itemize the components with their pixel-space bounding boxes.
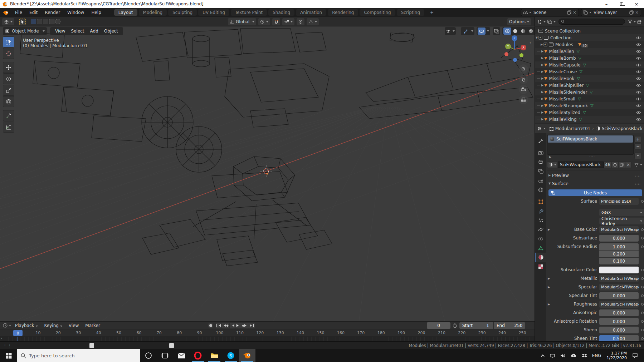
outliner-item-missilesteampunk[interactable]: ▶▼MissileSteampunk▽ [535,102,644,109]
expand-icon[interactable]: ▶ [541,111,544,114]
animate-property-dot[interactable] [640,292,644,299]
sidebar-collapse-arrow[interactable]: ‹ [530,40,531,45]
visibility-dropdown[interactable] [445,27,456,35]
checkbox-checked[interactable]: ✓ [543,43,547,46]
camera-view-button[interactable] [519,85,528,94]
shading-solid-button[interactable] [511,28,519,35]
outliner-item-missileshipkiller[interactable]: ▶▼MissileShipKiller▽ [535,82,644,89]
animate-property-dot[interactable] [640,235,644,242]
animate-property-dot[interactable] [640,275,644,282]
play-button[interactable] [235,323,241,328]
use-nodes-button[interactable]: Use Nodes [548,189,642,196]
workspace-tab-modeling[interactable]: Modeling [139,9,167,16]
workspace-tab-animation[interactable]: Animation [296,9,326,16]
transform-tool-button[interactable] [3,96,14,107]
expand-icon[interactable]: ▶ [541,63,544,66]
outliner-display-mode-button[interactable] [546,20,556,24]
menu-edit[interactable]: Edit [26,9,41,16]
start-frame-label[interactable]: Start [459,322,482,329]
prev-keyframe-button[interactable] [222,323,229,328]
taskbar-app-skype[interactable]: S [223,349,239,362]
marker-menu[interactable]: Marker [82,323,103,328]
start-frame-value[interactable]: 1 [482,322,493,329]
measure-tool-button[interactable] [3,122,14,133]
property-texture-field[interactable]: ModularSci-FiWeapo.. [599,284,639,291]
outliner-item-missilehook[interactable]: ▶▼MissileHook▽ [535,75,644,82]
mode-selector[interactable]: Object Mode [3,27,47,35]
volume-icon[interactable] [560,353,566,358]
action-center-icon[interactable] [632,353,638,358]
collapse-icon[interactable]: ▼ [535,36,538,39]
properties-tab-texture[interactable] [535,262,546,271]
hide-toggle-eye-icon[interactable] [636,84,641,87]
expand-icon[interactable]: ▶ [541,118,544,121]
expand-icon[interactable]: ▶ [541,77,544,80]
scene-selector[interactable]: Scene × [521,9,579,16]
property-value-field[interactable]: 0.000 [599,309,639,316]
outliner-item-missilealien[interactable]: ▶▼MissileAlien▽ [535,48,644,55]
hide-toggle-eye-icon[interactable] [636,118,641,121]
expand-icon[interactable]: ▶ [541,84,544,87]
panel-grip[interactable]: :::: [635,182,641,185]
keying-menu[interactable]: Keying [41,323,65,328]
shading-rendered-button[interactable] [527,28,535,35]
axis-y-neg-ball[interactable] [519,53,523,57]
hide-toggle-eye-icon[interactable] [636,36,641,40]
restore-button[interactable] [614,0,629,8]
browse-material-button[interactable] [547,162,558,168]
animate-property-dot[interactable] [640,198,644,205]
shading-wireframe-button[interactable] [503,28,511,35]
blender-logo-icon[interactable] [3,10,9,15]
workspace-tab-rendering[interactable]: Rendering [328,9,358,16]
outliner-item-missileviking[interactable]: ▶▼MissileViking▽ [535,116,644,123]
box-select-tool-button[interactable] [3,36,14,48]
shading-material-button[interactable] [519,28,527,35]
menu-file[interactable]: File [11,9,26,16]
property-value-field[interactable]: 1.000 [599,243,639,250]
outliner-item-missilesmall[interactable]: ▶▼MissileSmall▽ [535,95,644,102]
animate-property-dot[interactable] [640,243,644,250]
properties-tab-view-layer[interactable] [535,167,546,176]
animate-property-dot[interactable] [640,301,644,308]
snap-toggle[interactable] [272,18,280,25]
property-value-field[interactable]: 0.000 [599,292,639,299]
material-slot-active[interactable]: SciFiWeaponsBlack [548,135,633,143]
resize-grip-icon[interactable]: ⋮⋮ [3,343,12,348]
expand-icon[interactable]: ▶ [548,284,551,291]
tray-chevron-icon[interactable] [542,354,545,357]
viewport-menu-add[interactable]: Add [87,29,101,34]
timeline-ruler[interactable]: 0 10203040506070809010011012013014015016… [0,329,535,337]
proportional-falloff[interactable] [307,18,319,25]
menu-help[interactable]: Help [88,9,104,16]
dropbox-icon[interactable] [582,353,587,358]
hide-toggle-eye-icon[interactable] [636,43,641,46]
properties-tab-output[interactable] [535,157,546,167]
show-overlays-toggle[interactable] [478,28,486,35]
proportional-editing-toggle[interactable] [297,18,304,25]
timeline-editor-type-button[interactable] [2,323,12,328]
select-subtract-mode[interactable] [43,19,48,24]
hide-toggle-eye-icon[interactable] [636,90,641,94]
viewport-menu-view[interactable]: View [52,29,68,34]
expand-icon[interactable]: ▶ [541,90,544,94]
onedrive-icon[interactable] [571,353,577,358]
unlink-material-button[interactable]: × [625,162,631,168]
axis-z-ball[interactable]: Z [512,35,517,41]
workspace-tab-uv-editing[interactable]: UV Editing [198,9,229,16]
material-slot-list[interactable]: SciFiWeaponsBlack [547,135,634,155]
expand-icon[interactable]: ▶ [540,43,543,46]
select-intersect-mode[interactable] [55,19,60,24]
hide-toggle-eye-icon[interactable] [636,56,641,60]
active-tool-button[interactable] [19,19,26,25]
property-texture-field[interactable]: ModularSci-FiWeapo.. [599,301,639,308]
property-value-field[interactable]: 0.000 [599,235,639,242]
navigation-gizmo[interactable]: Z Y X [500,35,529,64]
cursor-tool-button[interactable] [3,48,14,59]
hide-toggle-eye-icon[interactable] [636,70,641,74]
panel-grip[interactable]: :::: [635,174,641,177]
hide-toggle-eye-icon[interactable] [636,77,641,80]
copy-view-layer-icon[interactable] [629,10,634,15]
properties-tab-object[interactable] [535,197,546,206]
property-value-field[interactable]: 0.200 [599,251,639,257]
outliner-item-missilestylized[interactable]: ▶▼MissileStylized▽ [535,109,644,116]
